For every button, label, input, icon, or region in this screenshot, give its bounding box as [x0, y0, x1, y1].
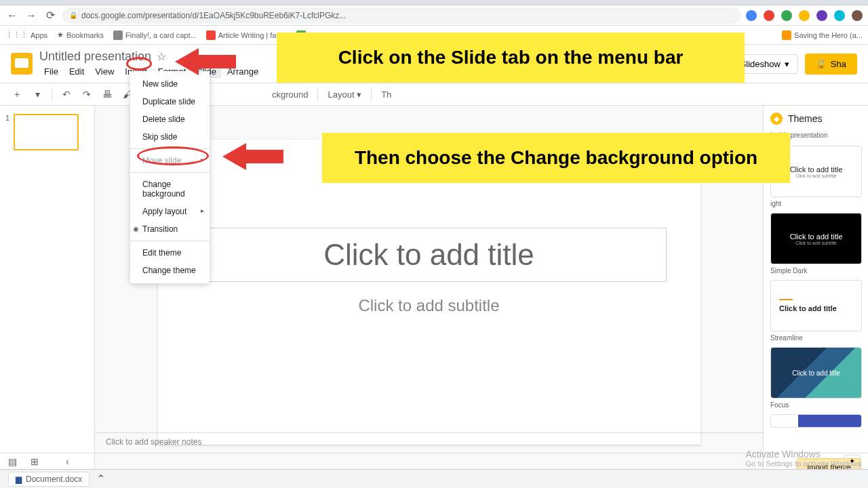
transition-icon: ◉ — [133, 225, 139, 232]
thumb-preview — [14, 114, 79, 150]
dd-apply-layout[interactable]: Apply layout▸ — [130, 203, 210, 220]
ext-icon[interactable] — [834, 10, 845, 21]
ext-icon[interactable] — [746, 10, 757, 21]
slide-dropdown: New slide Duplicate slide Delete slide S… — [130, 71, 210, 283]
ext-icon[interactable] — [799, 10, 810, 21]
slide-canvas[interactable]: Click to add title Click to add subtitle — [158, 140, 701, 445]
word-icon: ▆ — [16, 474, 22, 484]
theme-button[interactable]: Th — [377, 89, 395, 100]
filmstrip-view-icon[interactable]: ▤ — [8, 456, 17, 467]
taskbar-document[interactable]: ▆ Document.docx — [8, 472, 90, 487]
themes-icon: ◆ — [770, 113, 783, 125]
new-slide-button[interactable]: + — [8, 85, 26, 103]
dd-change-theme[interactable]: Change theme — [130, 262, 210, 279]
extension-icons — [746, 10, 863, 21]
url-text: docs.google.com/presentation/d/1EaOA5kj5… — [81, 11, 346, 20]
theme-name: ight — [770, 200, 861, 207]
grid-view-icon[interactable]: ⊞ — [31, 456, 39, 467]
ext-icon[interactable] — [781, 10, 792, 21]
browser-tabs — [0, 0, 868, 5]
star-icon[interactable]: ☆ — [157, 50, 166, 63]
menu-edit[interactable]: Edit — [64, 65, 89, 78]
theme-card-focus[interactable]: Click to add title — [770, 347, 862, 399]
redo-button[interactable]: ↷ — [78, 85, 96, 103]
share-button[interactable]: 🔒 Sha — [805, 54, 857, 75]
chevron-right-icon: ▸ — [201, 207, 204, 214]
dd-transition[interactable]: ◉Transition — [130, 220, 210, 238]
chevron-down-icon[interactable]: ▾ — [28, 85, 46, 103]
dd-change-background[interactable]: Change background — [130, 176, 210, 203]
dd-edit-theme[interactable]: Edit theme — [130, 244, 210, 262]
bookmark[interactable]: Article Writing | fan... — [206, 30, 287, 40]
menu-file[interactable]: File — [39, 65, 63, 78]
ext-icon[interactable] — [852, 10, 863, 21]
doc-title[interactable]: Untitled presentation — [39, 49, 151, 64]
speaker-notes[interactable]: Click to add speaker notes — [95, 432, 763, 453]
collapse-icon[interactable]: ‹ — [66, 456, 69, 467]
menu-view[interactable]: View — [90, 65, 119, 78]
dd-new-slide[interactable]: New slide — [130, 75, 210, 93]
theme-card-dark[interactable]: Click to add title Click to add subtitle — [770, 213, 862, 264]
theme-card[interactable] — [770, 414, 862, 428]
undo-button[interactable]: ↶ — [58, 85, 75, 103]
theme-card-streamline[interactable]: Click to add title — [770, 280, 862, 331]
thumb-number: 1 — [5, 114, 9, 150]
chevron-right-icon: ▸ — [201, 156, 204, 163]
theme-name: Simple Dark — [770, 267, 861, 274]
theme-name: Streamline — [770, 334, 861, 342]
annotation-callout: Then choose the Change background option — [322, 133, 790, 183]
lock-icon: 🔒 — [69, 12, 77, 19]
bookmark[interactable]: Finally!, a card capt... — [113, 30, 197, 40]
dd-move-slide[interactable]: Move slide▸ — [130, 152, 210, 169]
taskbar: ▆ Document.docx ⌃ — [0, 469, 868, 488]
ext-icon[interactable] — [816, 10, 827, 21]
theme-name: Focus — [770, 401, 861, 409]
slide-thumbnail[interactable]: 1 — [5, 114, 89, 150]
bookmark[interactable]: Saving the Hero (a... — [782, 30, 863, 40]
background-button[interactable]: ckground — [268, 89, 312, 100]
themes-header: ◆ Themes — [770, 113, 861, 125]
dd-delete-slide[interactable]: Delete slide — [130, 110, 210, 128]
browser-toolbar: ← → ⟳ 🔒 docs.google.com/presentation/d/1… — [0, 5, 868, 26]
bookmark-apps[interactable]: ⋮⋮⋮Apps — [5, 30, 47, 39]
subtitle-placeholder[interactable]: Click to add subtitle — [192, 289, 667, 323]
title-placeholder[interactable]: Click to add title — [192, 228, 667, 282]
annotation-callout: Click on the Slide tab on the menu bar — [277, 33, 745, 83]
chevron-up-icon[interactable]: ⌃ — [96, 472, 105, 485]
slides-logo-icon[interactable] — [11, 53, 33, 75]
lock-icon: 🔒 — [816, 59, 827, 69]
filmstrip: 1 — [0, 106, 95, 483]
layout-button[interactable]: Layout ▾ — [323, 89, 366, 100]
menu-arrange[interactable]: Arrange — [222, 65, 263, 78]
activate-windows-watermark: Activate Windows Go to Settings to activ… — [745, 449, 861, 468]
chevron-down-icon: ▾ — [785, 59, 789, 69]
view-bar: ▤ ⊞ ‹ ✦ — [0, 453, 868, 469]
url-bar[interactable]: 🔒 docs.google.com/presentation/d/1EaOA5k… — [62, 7, 741, 24]
back-icon[interactable]: ← — [5, 9, 19, 22]
ext-icon[interactable] — [764, 10, 774, 21]
reload-icon[interactable]: ⟳ — [43, 9, 57, 22]
dd-duplicate-slide[interactable]: Duplicate slide — [130, 93, 210, 110]
dd-skip-slide[interactable]: Skip slide — [130, 128, 210, 146]
forward-icon[interactable]: → — [24, 9, 38, 22]
bookmark[interactable]: ★Bookmarks — [57, 30, 104, 39]
print-button[interactable]: 🖶 — [98, 85, 116, 103]
